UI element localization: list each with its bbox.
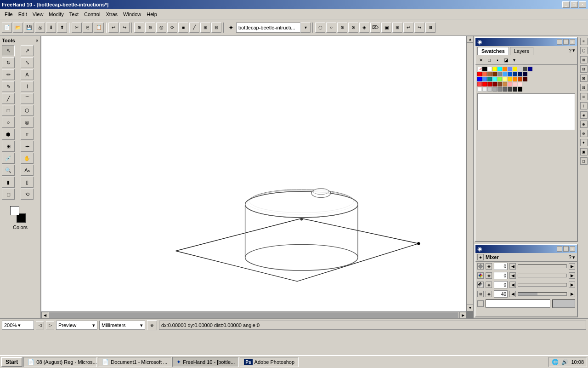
mixer-dec-3[interactable]: ◀ bbox=[509, 282, 516, 288]
tb-btn13[interactable]: ◈ bbox=[359, 23, 369, 33]
tool-rect[interactable]: □ bbox=[2, 105, 15, 116]
swatch-fill-btn[interactable]: ▪ bbox=[494, 56, 501, 63]
canvas-area[interactable]: ▲ ▼ ◀ ▶ bbox=[41, 36, 473, 318]
tb-btn18[interactable]: ↪ bbox=[414, 23, 424, 33]
tb-btn12[interactable]: ⊗ bbox=[348, 23, 358, 33]
horizontal-scrollbar[interactable]: ◀ ▶ bbox=[41, 311, 466, 318]
tools-close-btn[interactable]: × bbox=[36, 38, 39, 43]
swatch-r2c10[interactable] bbox=[523, 77, 527, 81]
swatch-none[interactable] bbox=[477, 67, 482, 71]
save-btn[interactable]: 💾 bbox=[24, 23, 34, 33]
tb-btn14[interactable]: ⌦ bbox=[370, 23, 380, 33]
swatch-r4c6[interactable] bbox=[503, 87, 507, 92]
print-btn[interactable]: 🖨 bbox=[35, 23, 45, 33]
mixer-value-3[interactable] bbox=[494, 281, 508, 288]
mixer-inc-3[interactable]: ▶ bbox=[569, 282, 575, 288]
tb-btn6[interactable]: ╱ bbox=[189, 23, 199, 33]
swatch-darkgray[interactable] bbox=[523, 67, 527, 71]
mixer-value-2[interactable] bbox=[494, 272, 508, 279]
edge-btn-2[interactable]: C bbox=[580, 47, 588, 54]
units-dropdown[interactable]: Millimeters ▾ bbox=[99, 321, 145, 330]
swatch-r1c1[interactable] bbox=[477, 72, 482, 76]
tool-eraser[interactable]: ◻ bbox=[2, 189, 15, 200]
taskbar-item-1[interactable]: 📄 Document1 - Microsoft ... bbox=[98, 357, 171, 367]
tool-perspective[interactable]: ⊞ bbox=[2, 141, 15, 152]
taskbar-item-3[interactable]: Ps Adobe Photoshop bbox=[240, 357, 299, 367]
swatch-r4c4[interactable] bbox=[492, 87, 497, 92]
edge-btn-11[interactable]: ⊖ bbox=[580, 130, 588, 137]
paste-btn[interactable]: 📋 bbox=[94, 23, 104, 33]
scroll-right-btn[interactable]: ▶ bbox=[459, 312, 466, 318]
edge-btn-4[interactable]: ⊟ bbox=[580, 65, 588, 73]
mixer-mode-icon-2[interactable]: ◈ bbox=[486, 272, 492, 279]
swatch-menu-btn[interactable]: ▾ bbox=[510, 56, 518, 63]
mixer-value-1[interactable] bbox=[494, 263, 508, 270]
swatch-r1c10[interactable] bbox=[523, 72, 527, 76]
swatch-r3c7[interactable] bbox=[508, 82, 512, 86]
edge-btn-8[interactable]: ⊹ bbox=[580, 102, 588, 109]
swatch-r2c3[interactable] bbox=[487, 77, 492, 81]
tool-text2[interactable]: A₁ bbox=[21, 165, 34, 176]
swatch-r1c6[interactable] bbox=[503, 72, 507, 76]
mixer-inc-1[interactable]: ▶ bbox=[569, 263, 575, 270]
menu-control[interactable]: Control bbox=[81, 11, 103, 18]
swatch-r3c1[interactable] bbox=[477, 82, 482, 86]
tb-btn19[interactable]: Ⅲ bbox=[425, 23, 435, 33]
swatch-r4c2[interactable] bbox=[482, 87, 487, 92]
tool-arrow[interactable]: ↖ bbox=[2, 45, 15, 56]
copy-btn[interactable]: ⎘ bbox=[83, 23, 93, 33]
tool-flex[interactable]: ⤞ bbox=[21, 141, 34, 152]
swatch-r2c5[interactable] bbox=[498, 77, 502, 81]
swatch-blue1[interactable] bbox=[508, 67, 512, 71]
tb-btn16[interactable]: ⊞ bbox=[392, 23, 402, 33]
scroll-left-btn[interactable]: ◀ bbox=[41, 312, 48, 318]
start-button[interactable]: Start bbox=[1, 357, 23, 367]
import-btn[interactable]: ⬇ bbox=[46, 23, 56, 33]
mixer-close-btn[interactable]: × bbox=[570, 246, 575, 252]
swatch-white[interactable] bbox=[487, 67, 492, 71]
tool-paint-bucket[interactable]: ▮ bbox=[2, 177, 15, 188]
menu-edit[interactable]: Edit bbox=[16, 11, 30, 18]
swatch-yellow2[interactable] bbox=[513, 67, 517, 71]
tb-btn3[interactable]: ◎ bbox=[156, 23, 166, 33]
swatch-r2c6[interactable] bbox=[503, 77, 507, 81]
swatch-r1c7[interactable] bbox=[508, 72, 512, 76]
tool-ellipse[interactable]: ○ bbox=[2, 117, 15, 128]
swatch-r2c8[interactable] bbox=[513, 77, 517, 81]
scroll-down-btn[interactable]: ▼ bbox=[467, 305, 473, 311]
zoom-back-btn[interactable]: ◁ bbox=[36, 321, 44, 329]
tb-btn9[interactable]: ◌ bbox=[315, 23, 325, 33]
swatch-r1c3[interactable] bbox=[487, 72, 492, 76]
tb-btn15[interactable]: ▣ bbox=[381, 23, 391, 33]
mixer-maximize-btn[interactable]: □ bbox=[563, 246, 569, 252]
tb-btn17[interactable]: ↩ bbox=[403, 23, 413, 33]
close-btn[interactable]: × bbox=[579, 1, 586, 8]
swatches-close-btn[interactable]: × bbox=[570, 39, 575, 45]
swatch-r2c7[interactable] bbox=[508, 77, 512, 81]
vertical-scrollbar[interactable]: ▲ ▼ bbox=[466, 36, 473, 311]
tb-btn7[interactable]: ⊞ bbox=[200, 23, 210, 33]
tool-arc[interactable]: ⌒ bbox=[21, 93, 34, 104]
swatch-r3c4[interactable] bbox=[492, 82, 497, 86]
menu-file[interactable]: File bbox=[2, 11, 16, 18]
swatch-r2c2[interactable] bbox=[482, 77, 487, 81]
menu-modify[interactable]: Modify bbox=[46, 11, 66, 18]
status-icon-btn[interactable]: ⊕ bbox=[147, 320, 157, 330]
tb-btn1[interactable]: ⊕ bbox=[134, 23, 144, 33]
swatch-r1c2[interactable] bbox=[482, 72, 487, 76]
mixer-value-4[interactable] bbox=[494, 290, 508, 298]
tb-btn11[interactable]: ⊛ bbox=[337, 23, 347, 33]
tab-layers[interactable]: Layers bbox=[510, 47, 533, 55]
swatch-gray1[interactable] bbox=[518, 67, 522, 71]
mixer-dec-4[interactable]: ◀ bbox=[509, 291, 516, 297]
menu-help[interactable]: Help bbox=[144, 11, 160, 18]
tb-btn10[interactable]: ○ bbox=[326, 23, 336, 33]
menu-view[interactable]: View bbox=[30, 11, 46, 18]
mixer-slider-3[interactable] bbox=[518, 283, 567, 287]
menu-text[interactable]: Text bbox=[67, 11, 81, 18]
preview-dropdown[interactable]: Preview ▾ bbox=[56, 321, 97, 330]
mixer-dec-1[interactable]: ◀ bbox=[509, 263, 516, 270]
swatch-r2c4[interactable] bbox=[492, 77, 497, 81]
undo-btn[interactable]: ↩ bbox=[108, 23, 119, 33]
swatch-r4c1[interactable] bbox=[477, 87, 482, 92]
